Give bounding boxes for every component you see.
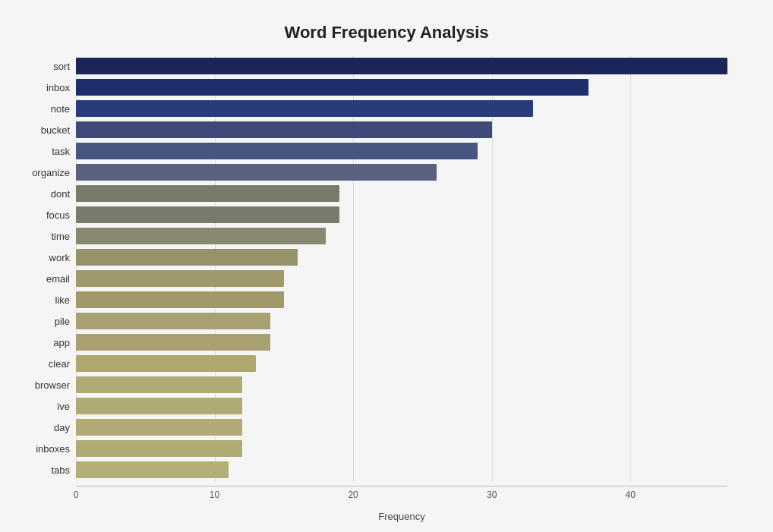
x-axis-tick: 20 (348, 490, 358, 500)
bar (76, 461, 229, 478)
bar-label: ive (23, 401, 76, 412)
bar-row: tabs (76, 460, 727, 480)
x-axis-ticks: 010203040 (76, 490, 727, 505)
bar-row: browser (76, 375, 727, 395)
bar-row: bucket (76, 120, 727, 140)
bar (76, 291, 284, 308)
bar-row: app (76, 332, 727, 352)
bar (76, 206, 339, 223)
bar-label: work (23, 252, 76, 263)
bar-label: clear (23, 358, 76, 370)
x-axis-tick: 40 (626, 490, 636, 500)
bar-label: like (23, 294, 76, 306)
bar (76, 185, 339, 202)
bar (76, 249, 298, 266)
bar-row: note (76, 99, 727, 118)
bar (76, 376, 242, 393)
bar (76, 355, 256, 372)
x-axis-tick: 10 (210, 490, 219, 500)
chart-inner: sortinboxnotebuckettaskorganizedontfocus… (76, 56, 727, 481)
bar-label: note (23, 103, 76, 115)
bar-row: organize (76, 162, 727, 182)
x-axis-tick: 30 (487, 490, 497, 500)
bar-row: clear (76, 354, 727, 373)
bar-row: pile (76, 311, 727, 331)
bar-row: focus (76, 205, 727, 225)
bar-label: organize (23, 167, 76, 178)
bar-row: email (76, 269, 727, 288)
bar-label: inboxes (23, 443, 76, 455)
bar-row: work (76, 247, 727, 267)
bar-row: dont (76, 184, 727, 203)
bar (76, 440, 242, 457)
x-axis-container: 010203040 (76, 486, 727, 505)
x-axis-line (76, 486, 727, 486)
bar-label: task (23, 146, 76, 157)
bar-label: pile (23, 316, 76, 327)
bar-label: email (23, 273, 76, 285)
x-axis-tick: 0 (74, 490, 79, 500)
bar (76, 58, 727, 74)
bar (76, 79, 588, 96)
bar-label: tabs (23, 464, 76, 476)
bar-row: time (76, 226, 727, 246)
bar-label: inbox (23, 82, 76, 93)
bar-label: app (23, 337, 76, 348)
bar-label: dont (23, 188, 76, 200)
bar (76, 121, 492, 138)
bar (76, 228, 326, 244)
bar-label: focus (23, 209, 76, 221)
bar-row: day (76, 417, 727, 437)
bar (76, 398, 242, 414)
bar-label: sort (23, 61, 76, 72)
bar-row: ive (76, 396, 727, 416)
bar (76, 419, 242, 436)
bar (76, 334, 270, 351)
bar (76, 100, 533, 117)
chart-container: Word Frequency Analysis sortinboxnotebuc… (8, 8, 765, 532)
chart-title: Word Frequency Analysis (23, 23, 750, 42)
chart-area: sortinboxnotebuckettaskorganizedontfocus… (23, 56, 750, 522)
bar (76, 143, 478, 159)
bar-label: bucket (23, 124, 76, 136)
bar-label: time (23, 231, 76, 242)
bar (76, 313, 270, 329)
bar (76, 164, 437, 181)
bar-row: sort (76, 56, 727, 76)
bar-row: inbox (76, 77, 727, 97)
bar-label: browser (23, 379, 76, 391)
x-axis-label: Frequency (76, 511, 727, 522)
bar-label: day (23, 422, 76, 433)
bar-row: like (76, 290, 727, 310)
bar-row: task (76, 141, 727, 161)
bar (76, 270, 284, 287)
bar-row: inboxes (76, 439, 727, 458)
